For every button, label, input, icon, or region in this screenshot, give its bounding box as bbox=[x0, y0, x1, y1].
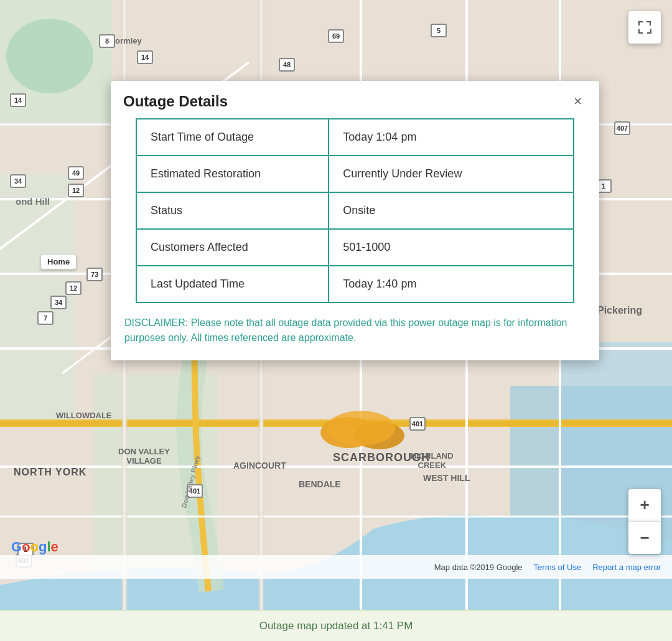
zoom-controls: + − bbox=[628, 489, 661, 554]
table-cell-value: 501-1000 bbox=[329, 229, 574, 266]
north-york-label: NORTH YORK bbox=[14, 467, 86, 478]
table-cell-value: Today 1:04 pm bbox=[329, 119, 574, 156]
table-cell-label: Status bbox=[136, 192, 329, 229]
ond-hill-label: ond Hill bbox=[16, 196, 50, 207]
highway-407-shield: 407 bbox=[614, 121, 630, 135]
outage-dialog: Outage Details × Start Time of OutageTod… bbox=[111, 81, 599, 360]
highway-34a-shield: 34 bbox=[50, 296, 67, 309]
table-cell-value: Currently Under Review bbox=[329, 156, 574, 192]
dialog-title: Outage Details bbox=[123, 93, 228, 110]
svg-point-4 bbox=[6, 19, 93, 93]
report-map-error-link[interactable]: Report a map error bbox=[592, 563, 661, 572]
table-row: Start Time of OutageToday 1:04 pm bbox=[136, 119, 574, 156]
fullscreen-icon bbox=[636, 19, 653, 36]
fullscreen-button[interactable] bbox=[628, 11, 661, 44]
willowdale2-label: WILLOWDALE bbox=[56, 411, 112, 420]
highway-34-shield: 34 bbox=[10, 174, 26, 188]
table-cell-label: Last Updated Time bbox=[136, 266, 329, 302]
highway-73-shield: 73 bbox=[86, 268, 103, 281]
table-cell-label: Customers Affected bbox=[136, 229, 329, 266]
svg-point-26 bbox=[327, 411, 395, 446]
zoom-in-button[interactable]: + bbox=[628, 489, 661, 522]
table-wrapper: Start Time of OutageToday 1:04 pmEstimat… bbox=[111, 118, 599, 303]
home-marker: Home bbox=[40, 254, 77, 269]
highway-5-shield: 5 bbox=[431, 24, 447, 37]
table-row: Estimated RestorationCurrently Under Rev… bbox=[136, 156, 574, 192]
table-row: StatusOnsite bbox=[136, 192, 574, 229]
highway-48-shield: 48 bbox=[279, 58, 295, 72]
google-logo: Google bbox=[11, 539, 58, 555]
table-row: Customers Affected501-1000 bbox=[136, 229, 574, 266]
map-data-label: Map data ©2019 Google bbox=[434, 563, 523, 572]
highway-12-shield: 12 bbox=[68, 184, 84, 197]
disclaimer-text: DISCLAIMER: Please note that all outage … bbox=[111, 303, 599, 360]
highway-49-shield: 49 bbox=[68, 166, 84, 180]
pickering-label: Pickering bbox=[597, 305, 642, 316]
highway-401-shield: 401 bbox=[409, 417, 426, 431]
close-button[interactable]: × bbox=[569, 92, 587, 111]
table-cell-value: Onsite bbox=[329, 192, 574, 229]
table-cell-label: Estimated Restoration bbox=[136, 156, 329, 192]
highway-7-shield: 7 bbox=[37, 311, 54, 325]
highway-12b-shield: 12 bbox=[65, 281, 82, 295]
bottom-bar: Outage map updated at 1:41 PM bbox=[0, 610, 672, 641]
highway-69-shield: 69 bbox=[328, 29, 344, 43]
table-cell-value: Today 1:40 pm bbox=[329, 266, 574, 302]
outage-table: Start Time of OutageToday 1:04 pmEstimat… bbox=[136, 118, 574, 303]
terms-of-use-link[interactable]: Terms of Use bbox=[534, 563, 582, 572]
don-valley-village-label: DON VALLEYVILLAGE bbox=[118, 447, 170, 466]
map-footer: Map data ©2019 Google Terms of Use Repor… bbox=[0, 555, 672, 579]
table-cell-label: Start Time of Outage bbox=[136, 119, 329, 156]
highland-creek-label: HIGHLANDCREEK bbox=[411, 451, 454, 470]
map-container: Gormley ond Hill NORTH YORK DON VALLEYVI… bbox=[0, 0, 672, 610]
highway-14-shield: 14 bbox=[137, 50, 153, 64]
bendale-label: BENDALE bbox=[299, 479, 341, 489]
highway-8-shield: 8 bbox=[99, 34, 115, 48]
west-hill-label: WEST HILL bbox=[423, 473, 470, 483]
highway-14a-shield: 14 bbox=[10, 93, 26, 107]
zoom-out-button[interactable]: − bbox=[628, 522, 661, 554]
bottom-bar-text: Outage map updated at 1:41 PM bbox=[259, 620, 413, 632]
dialog-header: Outage Details × bbox=[111, 81, 599, 118]
table-body: Start Time of OutageToday 1:04 pmEstimat… bbox=[136, 119, 574, 302]
agincourt-label: AGINCOURT bbox=[233, 461, 286, 470]
table-row: Last Updated TimeToday 1:40 pm bbox=[136, 266, 574, 302]
